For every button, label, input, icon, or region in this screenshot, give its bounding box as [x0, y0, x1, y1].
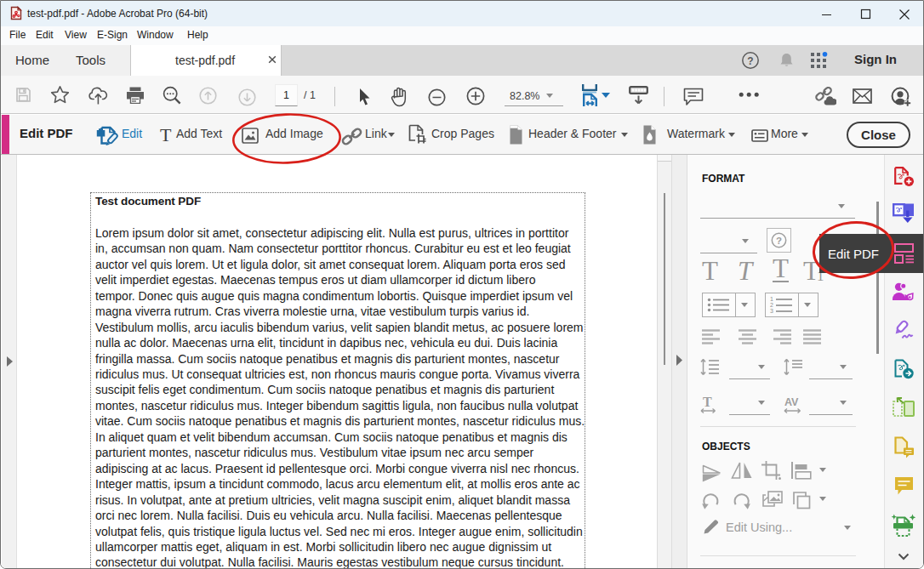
svg-text:T: T — [703, 395, 712, 409]
svg-text:3: 3 — [770, 308, 773, 314]
svg-text:?: ? — [747, 55, 753, 67]
svg-text:AV: AV — [784, 396, 799, 408]
svg-text:?: ? — [776, 236, 782, 246]
svg-text:1: 1 — [770, 296, 773, 302]
svg-text:2: 2 — [770, 302, 773, 308]
